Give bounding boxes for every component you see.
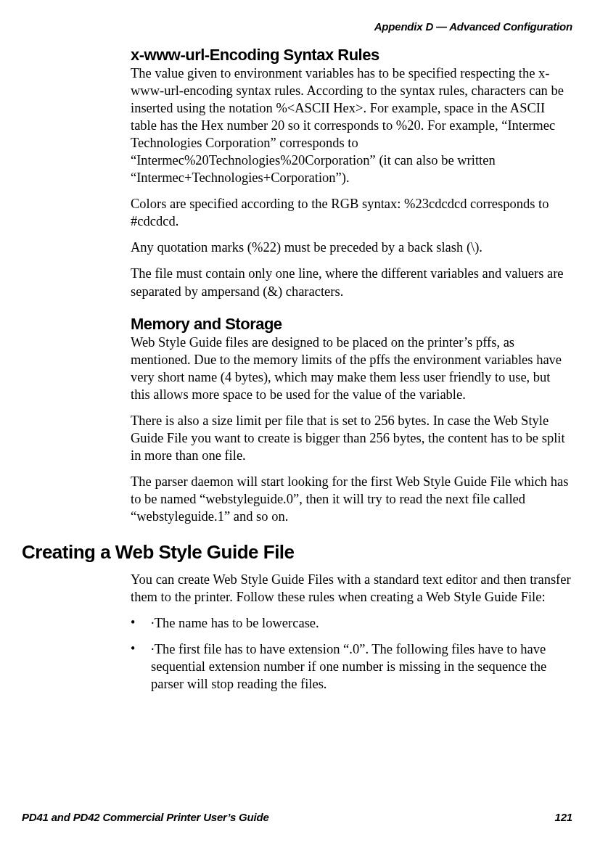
creating-heading: Creating a Web Style Guide File: [22, 541, 572, 564]
list-item: ·The name has to be lowercase.: [131, 614, 572, 632]
memory-heading: Memory and Storage: [131, 315, 572, 334]
footer-page-number: 121: [555, 811, 572, 823]
appendix-label: Appendix D — Advanced Configuration: [374, 20, 572, 33]
body-paragraph: The parser daemon will start looking for…: [131, 473, 572, 525]
creating-section: You can create Web Style Guide Files wit…: [22, 571, 572, 693]
body-paragraph: Any quotation marks (%22) must be preced…: [131, 239, 572, 256]
encoding-heading: x-www-url-Encoding Syntax Rules: [131, 46, 572, 65]
bullet-list: ·The name has to be lowercase. ·The firs…: [131, 614, 572, 693]
body-paragraph: Colors are specified according to the RG…: [131, 195, 572, 230]
page-footer: PD41 and PD42 Commercial Printer User’s …: [22, 811, 572, 823]
page-content: x-www-url-Encoding Syntax Rules The valu…: [22, 46, 572, 525]
memory-section: Memory and Storage Web Style Guide files…: [131, 315, 572, 525]
body-paragraph: You can create Web Style Guide Files wit…: [131, 571, 572, 606]
footer-title: PD41 and PD42 Commercial Printer User’s …: [22, 811, 269, 823]
body-paragraph: Web Style Guide files are designed to be…: [131, 334, 572, 403]
body-paragraph: The file must contain only one line, whe…: [131, 265, 572, 300]
body-paragraph: There is also a size limit per file that…: [131, 412, 572, 464]
encoding-section: x-www-url-Encoding Syntax Rules The valu…: [131, 46, 572, 300]
body-paragraph: The value given to environment variables…: [131, 65, 572, 186]
page-header: Appendix D — Advanced Configuration: [22, 20, 572, 33]
list-item: ·The first file has to have extension “.…: [131, 640, 572, 693]
